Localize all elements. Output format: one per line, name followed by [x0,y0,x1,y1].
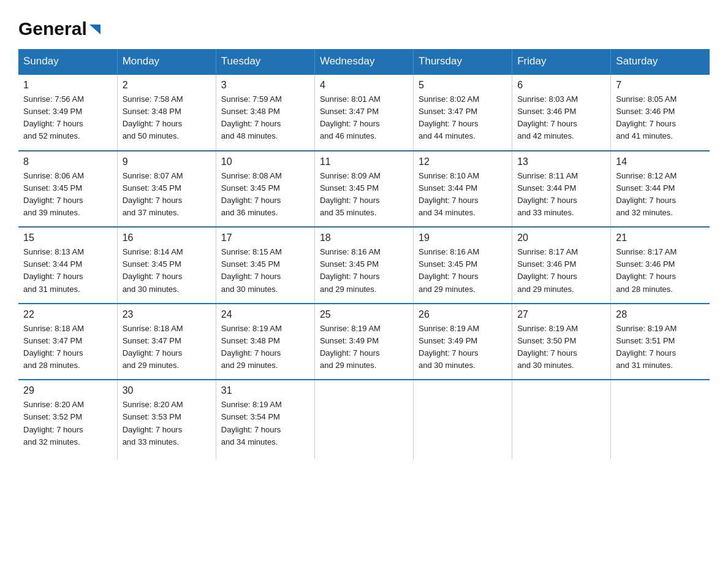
calendar-table: SundayMondayTuesdayWednesdayThursdayFrid… [18,49,710,459]
day-info: Sunrise: 8:12 AMSunset: 3:44 PMDaylight:… [616,170,705,220]
logo-triangle-icon [88,22,102,36]
day-info: Sunrise: 8:16 AMSunset: 3:45 PMDaylight:… [320,246,408,296]
day-info: Sunrise: 8:06 AMSunset: 3:45 PMDaylight:… [23,170,112,220]
day-number: 14 [616,156,705,167]
col-header-sunday: Sunday [18,49,117,74]
day-info: Sunrise: 8:19 AMSunset: 3:51 PMDaylight:… [616,323,705,372]
day-cell: 17Sunrise: 8:15 AMSunset: 3:45 PMDayligh… [216,227,314,304]
day-number: 20 [517,232,605,243]
logo: General [18,18,102,37]
day-number: 29 [23,385,112,396]
week-row-5: 29Sunrise: 8:20 AMSunset: 3:52 PMDayligh… [18,380,710,459]
day-cell [314,380,413,459]
day-info: Sunrise: 7:58 AMSunset: 3:48 PMDaylight:… [123,93,211,143]
day-cell: 22Sunrise: 8:18 AMSunset: 3:47 PMDayligh… [18,304,117,380]
col-header-thursday: Thursday [414,49,512,74]
day-cell: 4Sunrise: 8:01 AMSunset: 3:47 PMDaylight… [314,74,413,151]
day-info: Sunrise: 8:05 AMSunset: 3:46 PMDaylight:… [616,93,705,143]
day-number: 24 [221,309,309,320]
week-row-1: 1Sunrise: 7:56 AMSunset: 3:49 PMDaylight… [18,74,710,151]
day-number: 4 [320,80,408,91]
day-info: Sunrise: 8:17 AMSunset: 3:46 PMDaylight:… [517,246,605,296]
day-cell: 24Sunrise: 8:19 AMSunset: 3:48 PMDayligh… [216,304,314,380]
day-cell: 5Sunrise: 8:02 AMSunset: 3:47 PMDaylight… [414,74,512,151]
day-cell: 10Sunrise: 8:08 AMSunset: 3:45 PMDayligh… [216,151,314,228]
day-cell: 9Sunrise: 8:07 AMSunset: 3:45 PMDaylight… [117,151,216,228]
day-number: 18 [320,232,408,243]
day-info: Sunrise: 8:15 AMSunset: 3:45 PMDaylight:… [221,246,309,296]
day-info: Sunrise: 7:56 AMSunset: 3:49 PMDaylight:… [23,93,112,143]
day-number: 9 [123,156,211,167]
day-cell: 29Sunrise: 8:20 AMSunset: 3:52 PMDayligh… [18,380,117,459]
day-info: Sunrise: 8:19 AMSunset: 3:54 PMDaylight:… [221,399,309,448]
day-info: Sunrise: 8:19 AMSunset: 3:49 PMDaylight:… [320,323,408,372]
day-number: 5 [419,80,507,91]
day-cell: 30Sunrise: 8:20 AMSunset: 3:53 PMDayligh… [117,380,216,459]
day-cell: 18Sunrise: 8:16 AMSunset: 3:45 PMDayligh… [314,227,413,304]
day-cell: 11Sunrise: 8:09 AMSunset: 3:45 PMDayligh… [314,151,413,228]
day-cell: 7Sunrise: 8:05 AMSunset: 3:46 PMDaylight… [611,74,710,151]
day-info: Sunrise: 8:19 AMSunset: 3:50 PMDaylight:… [517,323,605,372]
day-info: Sunrise: 8:20 AMSunset: 3:53 PMDaylight:… [123,399,211,448]
col-header-wednesday: Wednesday [314,49,413,74]
day-cell: 28Sunrise: 8:19 AMSunset: 3:51 PMDayligh… [611,304,710,380]
col-header-saturday: Saturday [611,49,710,74]
day-number: 16 [123,232,211,243]
day-number: 2 [123,80,211,91]
calendar-header-row: SundayMondayTuesdayWednesdayThursdayFrid… [18,49,710,74]
day-number: 1 [23,80,112,91]
day-info: Sunrise: 8:11 AMSunset: 3:44 PMDaylight:… [517,170,605,220]
day-number: 23 [123,309,211,320]
day-number: 19 [419,232,507,243]
day-number: 10 [221,156,309,167]
day-number: 8 [23,156,112,167]
week-row-4: 22Sunrise: 8:18 AMSunset: 3:47 PMDayligh… [18,304,710,380]
day-cell: 20Sunrise: 8:17 AMSunset: 3:46 PMDayligh… [512,227,611,304]
day-number: 22 [23,309,112,320]
day-cell: 2Sunrise: 7:58 AMSunset: 3:48 PMDaylight… [117,74,216,151]
day-cell: 15Sunrise: 8:13 AMSunset: 3:44 PMDayligh… [18,227,117,304]
day-info: Sunrise: 8:18 AMSunset: 3:47 PMDaylight:… [123,323,211,372]
day-cell: 19Sunrise: 8:16 AMSunset: 3:45 PMDayligh… [414,227,512,304]
day-cell [414,380,512,459]
day-cell: 21Sunrise: 8:17 AMSunset: 3:46 PMDayligh… [611,227,710,304]
day-number: 12 [419,156,507,167]
day-info: Sunrise: 8:07 AMSunset: 3:45 PMDaylight:… [123,170,211,220]
week-row-2: 8Sunrise: 8:06 AMSunset: 3:45 PMDaylight… [18,151,710,228]
day-number: 17 [221,232,309,243]
day-number: 21 [616,232,705,243]
day-info: Sunrise: 8:17 AMSunset: 3:46 PMDaylight:… [616,246,705,296]
day-cell: 25Sunrise: 8:19 AMSunset: 3:49 PMDayligh… [314,304,413,380]
week-row-3: 15Sunrise: 8:13 AMSunset: 3:44 PMDayligh… [18,227,710,304]
day-info: Sunrise: 8:03 AMSunset: 3:46 PMDaylight:… [517,93,605,143]
day-info: Sunrise: 8:02 AMSunset: 3:47 PMDaylight:… [419,93,507,143]
day-info: Sunrise: 8:19 AMSunset: 3:48 PMDaylight:… [221,323,309,372]
day-info: Sunrise: 7:59 AMSunset: 3:48 PMDaylight:… [221,93,309,143]
day-number: 28 [616,309,705,320]
day-number: 3 [221,80,309,91]
logo-general: General [18,18,87,39]
day-info: Sunrise: 8:19 AMSunset: 3:49 PMDaylight:… [419,323,507,372]
day-cell: 31Sunrise: 8:19 AMSunset: 3:54 PMDayligh… [216,380,314,459]
day-number: 26 [419,309,507,320]
page-header: General [18,18,710,37]
day-cell: 13Sunrise: 8:11 AMSunset: 3:44 PMDayligh… [512,151,611,228]
day-number: 27 [517,309,605,320]
day-info: Sunrise: 8:01 AMSunset: 3:47 PMDaylight:… [320,93,408,143]
day-number: 13 [517,156,605,167]
day-cell: 14Sunrise: 8:12 AMSunset: 3:44 PMDayligh… [611,151,710,228]
day-cell: 26Sunrise: 8:19 AMSunset: 3:49 PMDayligh… [414,304,512,380]
day-info: Sunrise: 8:18 AMSunset: 3:47 PMDaylight:… [23,323,112,372]
day-cell: 27Sunrise: 8:19 AMSunset: 3:50 PMDayligh… [512,304,611,380]
col-header-tuesday: Tuesday [216,49,314,74]
day-cell: 8Sunrise: 8:06 AMSunset: 3:45 PMDaylight… [18,151,117,228]
day-cell: 6Sunrise: 8:03 AMSunset: 3:46 PMDaylight… [512,74,611,151]
day-info: Sunrise: 8:10 AMSunset: 3:44 PMDaylight:… [419,170,507,220]
col-header-monday: Monday [117,49,216,74]
day-info: Sunrise: 8:09 AMSunset: 3:45 PMDaylight:… [320,170,408,220]
col-header-friday: Friday [512,49,611,74]
day-cell: 1Sunrise: 7:56 AMSunset: 3:49 PMDaylight… [18,74,117,151]
day-cell [512,380,611,459]
day-cell [611,380,710,459]
day-cell: 16Sunrise: 8:14 AMSunset: 3:45 PMDayligh… [117,227,216,304]
